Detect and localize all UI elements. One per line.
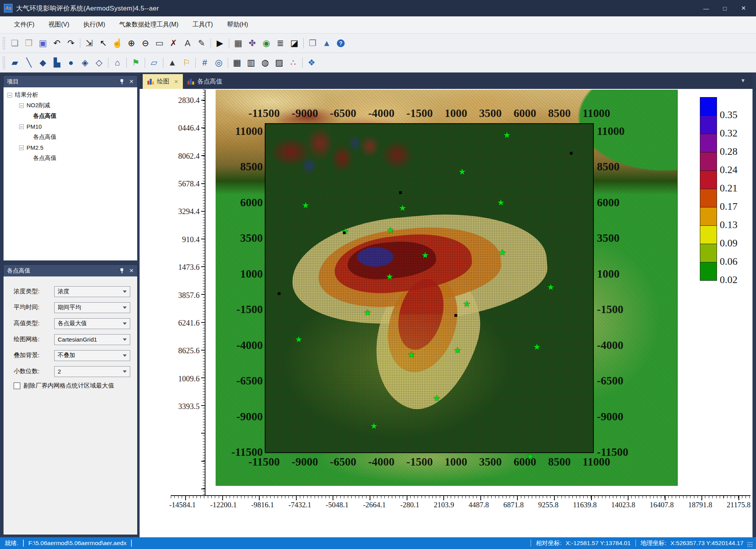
layers-button[interactable]: ≣ (273, 36, 287, 50)
close-button[interactable]: ✕ (735, 2, 752, 14)
menu-file[interactable]: 文件(F) (9, 18, 40, 31)
dropdown[interactable]: 各点最大值 (54, 318, 130, 329)
save-button[interactable]: ▣ (36, 36, 50, 50)
tree-expander-icon[interactable] (19, 145, 24, 150)
toolbar-icon: ✎ (198, 39, 205, 48)
polar-grid-tool[interactable]: ◎ (212, 56, 226, 70)
menu-met-tools[interactable]: 气象数据处理工具(M) (114, 18, 184, 31)
toolbar-icon: # (202, 58, 207, 67)
pit-source-tool[interactable]: ◇ (92, 56, 106, 70)
grid-tick-label: 11000 (235, 125, 263, 138)
tree-node-no2[interactable]: NO2削减 (4, 100, 137, 111)
rect-select-button[interactable]: ▭ (152, 36, 166, 50)
minimize-button[interactable]: — (698, 2, 715, 14)
dropdown[interactable]: 期间平均 (54, 302, 130, 313)
receptor-grid[interactable] (265, 123, 594, 453)
menu-help[interactable]: 帮助(H) (221, 18, 253, 31)
redo-button[interactable]: ↷ (64, 36, 78, 50)
report-button[interactable]: ✎ (195, 36, 209, 50)
pin-icon[interactable] (120, 267, 124, 274)
point-source-tool[interactable]: ▰ (8, 56, 22, 70)
tab-overflow-dropdown-icon[interactable]: ▼ (740, 78, 745, 83)
tree-expander-icon[interactable] (7, 93, 12, 97)
legend-swatch (700, 97, 717, 115)
grid-tick-label: 6000 (597, 196, 620, 209)
legend-entry: 0.02 (700, 262, 717, 281)
toolbar-icon: ❖ (308, 58, 315, 67)
tree-expander-icon[interactable] (19, 103, 24, 108)
volume-source-tool[interactable]: ◈ (78, 56, 92, 70)
uniform-grid-tool[interactable]: ▦ (230, 56, 244, 70)
tab-close-icon[interactable]: ✕ (173, 79, 179, 85)
receptors-tool[interactable]: ∴ (286, 56, 300, 70)
tree-node-results[interactable]: 结果分析 (4, 90, 137, 100)
exclude-checkbox[interactable] (14, 383, 20, 389)
grid-tick-label: -4000 (368, 455, 395, 468)
image-button[interactable]: ◪ (287, 36, 301, 50)
grid-tick-label: 3500 (479, 455, 502, 468)
view-3d-tool[interactable]: ❖ (305, 56, 319, 70)
toolbar-icon: ◇ (96, 58, 103, 67)
area-source-tool[interactable]: ◆ (36, 56, 50, 70)
tree-node-pm25[interactable]: PM2.5 (4, 142, 137, 153)
dropdown[interactable]: 浓度 (54, 286, 130, 297)
new-file-button[interactable]: ❏ (8, 36, 22, 50)
cartesian-grid-tool[interactable]: # (198, 56, 212, 70)
flag-tool[interactable]: ⚑ (129, 56, 143, 70)
zoom-extents-button[interactable]: ⇲ (82, 36, 96, 50)
delete-button[interactable]: ✗ (166, 36, 181, 50)
line-source-tool[interactable]: ╲ (22, 56, 36, 70)
contour-button[interactable]: ◉ (259, 36, 273, 50)
legend-swatch (700, 226, 717, 244)
pin-icon[interactable] (120, 78, 124, 85)
gallery-button[interactable]: ❐ (306, 36, 320, 50)
run-button[interactable]: ▶ (213, 36, 227, 50)
terrain-tool[interactable]: ▲ (165, 56, 179, 70)
dropdown[interactable]: CartesianGrid1 (54, 334, 130, 345)
toolbar-icon: ▣ (39, 39, 47, 48)
menu-view[interactable]: 视图(V) (43, 18, 74, 31)
tree-node-pm25-highvalues[interactable]: 各点高值 (4, 153, 137, 163)
dropdown[interactable]: 2 (54, 366, 130, 377)
building-tool[interactable]: ⌂ (110, 56, 124, 70)
maximize-button[interactable]: □ (716, 2, 733, 14)
nested-grid-tool[interactable]: ▥ (244, 56, 258, 70)
color-scale-legend: 0.35 0.32 0.28 0.24 (700, 97, 717, 281)
map-pin-tool[interactable]: ⚐ (179, 56, 193, 70)
close-icon[interactable]: ✕ (129, 267, 134, 274)
palette-button[interactable]: ✤ (245, 36, 259, 50)
polar-grid-card-tool[interactable]: ◍ (258, 56, 272, 70)
tree-node-pm10[interactable]: PM10 (4, 121, 137, 132)
polygon-source-tool[interactable]: ▙ (50, 56, 64, 70)
tab-plot[interactable]: 绘图 ✕ (143, 74, 183, 89)
menu-tools[interactable]: 工具(T) (187, 18, 218, 31)
pan-button[interactable]: ☝ (110, 36, 124, 50)
help-button[interactable]: ? (334, 36, 348, 50)
tree-node-pm10-highvalues[interactable]: 各点高值 (4, 132, 137, 142)
plot-grid-button[interactable]: ▦ (231, 36, 245, 50)
polygon-edit-tool[interactable]: ▱ (147, 56, 161, 70)
legend-entry: 0.13 (700, 207, 717, 226)
menu-run[interactable]: 执行(M) (78, 18, 111, 31)
x-axis-tick-label: -7432.1 (289, 501, 312, 509)
toolbar-grip[interactable] (2, 37, 5, 50)
tree-expander-icon[interactable] (19, 124, 24, 129)
close-icon[interactable]: ✕ (129, 78, 134, 85)
toolbar-icon: ▱ (151, 58, 158, 67)
circle-source-tool[interactable]: ● (64, 56, 78, 70)
terrain-3d-button[interactable]: ▲ (320, 36, 334, 50)
toolbar-grip[interactable] (2, 56, 5, 69)
tree-node-no2-highvalues[interactable]: 各点高值 (4, 111, 137, 121)
resize-grip[interactable] (747, 542, 753, 547)
rotated-grid-tool[interactable]: ▨ (272, 56, 286, 70)
zoom-out-button[interactable]: ⊖ (138, 36, 152, 50)
dropdown[interactable]: 不叠加 (54, 350, 130, 361)
label-tool-button[interactable]: A (181, 36, 195, 50)
tab-highvalues[interactable]: 各点高值 ✕ (183, 74, 227, 89)
undo-button[interactable]: ↶ (50, 36, 64, 50)
contour-level-mid-tail (376, 267, 469, 381)
y-axis-tick-label: 3294.4 (178, 207, 200, 216)
select-cursor-button[interactable]: ↖ (96, 36, 110, 50)
zoom-in-button[interactable]: ⊕ (124, 36, 138, 50)
open-folder-button[interactable]: ❒ (22, 36, 36, 50)
